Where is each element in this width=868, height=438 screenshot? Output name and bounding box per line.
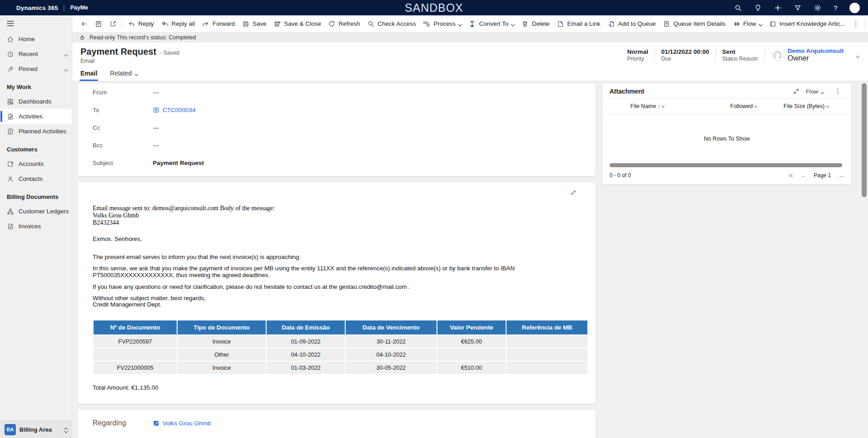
email-recipients-card: From --- To CTC000034 Cc ---	[78, 83, 596, 176]
knowledge-article-icon	[769, 20, 776, 28]
table-row: FV221000005Invoice01-03-202230-05-2022€5…	[94, 362, 587, 374]
sidebar-item-dashboards[interactable]: Dashboards	[0, 94, 72, 109]
process-button[interactable]: Process	[419, 17, 465, 31]
check-access-button[interactable]: Check Access	[364, 17, 420, 31]
reply-icon	[128, 20, 135, 28]
tab-related[interactable]: Related	[110, 70, 137, 81]
from-value[interactable]: ---	[153, 89, 159, 96]
forward-button[interactable]: Forward	[198, 17, 239, 31]
refresh-button[interactable]: Refresh	[324, 17, 363, 31]
body-paragraph: If you have any questions or need for cl…	[93, 284, 576, 291]
command-overflow-button[interactable]: ⋮	[849, 20, 863, 28]
scrollbar-thumb[interactable]	[862, 83, 867, 197]
subject-value[interactable]: Payment Request	[153, 160, 204, 166]
sidebar-item-planned-activities[interactable]: Planned Activities	[0, 124, 72, 139]
attachment-overflow-button[interactable]: ⋮	[831, 87, 845, 95]
delete-icon	[521, 20, 529, 28]
reply-all-button[interactable]: Reply all	[158, 17, 199, 31]
add-to-queue-icon	[608, 20, 615, 28]
reference-line: B2432344	[93, 219, 576, 226]
planned-activities-icon	[7, 128, 14, 135]
dashboards-icon	[7, 98, 14, 105]
horizontal-scrollbar[interactable]	[610, 163, 842, 167]
email-link-icon	[557, 20, 564, 28]
next-page-icon[interactable]: →	[838, 172, 844, 179]
col-header: Valor Pendente	[437, 320, 506, 334]
chevron-down-icon	[754, 104, 757, 107]
header-collapse-chevron-icon[interactable]	[856, 51, 859, 59]
column-file-name[interactable]: File Name↑	[602, 103, 730, 109]
sidebar-group-my-work: My Work	[0, 76, 72, 94]
email-link-button[interactable]: Email a Link	[553, 17, 604, 31]
save-close-button[interactable]: Save & Close	[270, 17, 325, 31]
dynamics-brand[interactable]: Dynamics 365	[16, 5, 58, 11]
regarding-link[interactable]: Volks Grou Ghmb	[153, 420, 211, 427]
delete-button[interactable]: Delete	[518, 17, 553, 31]
accounts-icon	[7, 160, 14, 168]
vertical-scrollbar[interactable]	[862, 83, 867, 436]
chevron-down-icon	[459, 20, 461, 27]
chevron-down-icon[interactable]	[65, 66, 67, 72]
save-button[interactable]: Save	[239, 17, 270, 31]
resize-panel-icon[interactable]	[793, 89, 799, 94]
gear-icon[interactable]	[814, 4, 821, 12]
queue-item-details-button[interactable]: Queue Item Details	[659, 17, 729, 31]
sitemap-sidebar: Home Recent Pinned My Work Dashboards Ac…	[0, 15, 72, 438]
command-bar: Reply Reply all Forward Save Save & Clos…	[72, 15, 868, 32]
col-header: Referência de MB	[507, 320, 587, 334]
body-paragraph: The present email serves to inform you t…	[93, 254, 576, 261]
previous-page-icon[interactable]: ←	[801, 172, 807, 179]
column-file-size[interactable]: File Size (Bytes)	[784, 103, 851, 109]
flow-icon	[733, 20, 740, 28]
empty-grid-message: No Rows To Show	[602, 114, 851, 163]
invoice-table: Nº de Documento Tipo de Documento Data d…	[93, 320, 588, 375]
search-icon[interactable]	[734, 4, 742, 12]
to-recipient-link[interactable]: CTC000034	[153, 107, 196, 113]
area-switcher[interactable]: BA Billing Area	[0, 420, 72, 438]
tab-email[interactable]: Email	[80, 70, 97, 81]
sidebar-item-recent[interactable]: Recent	[0, 47, 72, 61]
cc-value[interactable]: ---	[153, 124, 159, 131]
subject-label: Subject	[93, 160, 153, 166]
sidebar-item-pinned[interactable]: Pinned	[0, 61, 72, 76]
sidebar-item-contacts[interactable]: Contacts	[0, 171, 72, 186]
save-status: - Saved	[160, 50, 179, 56]
sidebar-item-activities[interactable]: Activities	[0, 109, 72, 124]
insert-knowledge-article-button[interactable]: Insert Knowledge Artic...	[765, 17, 849, 31]
entity-type-label: Email	[80, 58, 179, 64]
reading-pane-button[interactable]	[91, 17, 106, 31]
readonly-banner: Read-only This record's status: Complete…	[72, 32, 868, 42]
back-button[interactable]	[77, 17, 91, 31]
attachment-title: Attachment	[610, 88, 644, 95]
expand-body-icon[interactable]	[570, 189, 577, 196]
sidebar-item-invoices[interactable]: Invoices	[0, 219, 72, 234]
app-name[interactable]: PayMe	[70, 5, 88, 11]
attachment-flow-button[interactable]: Flow	[806, 88, 824, 95]
bcc-label: Bcc	[93, 142, 153, 149]
help-icon[interactable]: ?	[834, 4, 837, 12]
hamburger-menu-icon[interactable]	[0, 15, 72, 30]
column-followed[interactable]: Followed	[730, 103, 784, 109]
bcc-value[interactable]: ---	[153, 142, 159, 149]
flow-button[interactable]: Flow	[729, 17, 766, 31]
add-to-queue-button[interactable]: Add to Queue	[604, 17, 659, 31]
company-line: Volks Grou Ghmb	[93, 212, 576, 219]
convert-to-button[interactable]: Convert To	[465, 17, 518, 31]
first-page-icon[interactable]	[788, 173, 794, 179]
lightbulb-icon[interactable]	[754, 4, 762, 12]
chevron-down-icon	[759, 20, 762, 27]
sidebar-item-home[interactable]: Home	[0, 32, 72, 47]
chevron-down-icon[interactable]	[65, 51, 67, 57]
owner-link[interactable]: Demo Arquiconsult	[788, 47, 844, 54]
popout-button[interactable]	[106, 17, 120, 31]
sidebar-item-customer-ledgers[interactable]: Customer Ledgers	[0, 204, 72, 219]
forward-icon	[202, 20, 209, 28]
filter-icon[interactable]	[794, 4, 802, 12]
user-avatar[interactable]	[849, 3, 860, 13]
convert-to-icon	[469, 20, 476, 28]
owner-field: Demo Arquiconsult Owner	[765, 47, 848, 62]
sidebar-item-accounts[interactable]: Accounts	[0, 156, 72, 171]
plus-icon[interactable]	[774, 4, 782, 12]
reply-button[interactable]: Reply	[124, 17, 158, 31]
status-reason-field: Sent Status Reason	[716, 48, 764, 62]
